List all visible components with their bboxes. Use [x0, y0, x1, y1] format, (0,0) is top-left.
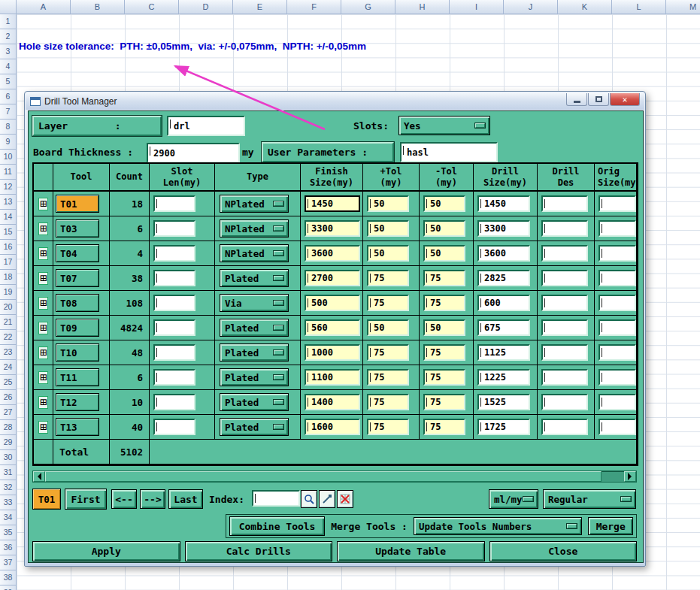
minus-tol-input[interactable] [423, 369, 465, 386]
slot-len-input[interactable] [153, 369, 195, 386]
column-header-D[interactable]: D [179, 0, 233, 14]
orig-size-input[interactable] [598, 344, 636, 361]
drill-des-input[interactable] [541, 369, 588, 386]
tool-chip[interactable]: T08 [56, 294, 99, 312]
orig-size-input[interactable] [598, 394, 636, 410]
crosshair-icon[interactable]: ⊞ [38, 297, 48, 310]
plus-tol-input[interactable] [367, 220, 409, 237]
crosshair-icon[interactable]: ⊞ [38, 346, 48, 359]
user-parameters-input[interactable] [400, 142, 498, 162]
finish-size-input[interactable] [305, 295, 360, 311]
crosshair-icon[interactable]: ⊞ [38, 272, 48, 285]
slot-len-input[interactable] [153, 220, 195, 237]
row-header-15[interactable]: 15 [0, 225, 17, 240]
previous-button[interactable]: <-- [111, 489, 137, 509]
first-button[interactable]: First [65, 489, 107, 510]
board-thickness-input[interactable] [147, 143, 240, 163]
type-dropdown[interactable]: NPlated [220, 244, 289, 262]
layer-input[interactable] [167, 116, 245, 136]
type-dropdown[interactable]: Via [220, 294, 289, 312]
row-header-33[interactable]: 33 [0, 495, 17, 510]
slot-len-input[interactable] [153, 319, 195, 336]
units-dropdown[interactable]: ml/my [489, 489, 538, 509]
row-header-27[interactable]: 27 [0, 405, 17, 420]
row-header-2[interactable]: 2 [0, 29, 17, 44]
finish-size-input[interactable] [305, 220, 360, 237]
finish-size-input[interactable] [305, 245, 360, 262]
combine-tools-button[interactable]: Combine Tools [229, 516, 325, 536]
drill-size-input[interactable] [477, 369, 530, 386]
scrollbar-track[interactable] [602, 471, 624, 482]
row-header-29[interactable]: 29 [0, 435, 17, 450]
column-header-B[interactable]: B [71, 0, 125, 14]
finish-size-input[interactable] [305, 344, 360, 361]
row-header-34[interactable]: 34 [0, 510, 17, 525]
type-dropdown[interactable]: Plated [220, 319, 289, 337]
row-header-20[interactable]: 20 [0, 300, 17, 315]
column-header-F[interactable]: F [287, 0, 341, 14]
drill-size-input[interactable] [477, 245, 530, 262]
row-header-30[interactable]: 30 [0, 450, 17, 465]
finish-size-input[interactable] [305, 369, 360, 386]
drill-size-input[interactable] [477, 419, 530, 435]
orig-size-input[interactable] [598, 195, 636, 212]
column-header-L[interactable]: L [612, 0, 666, 14]
tool-chip[interactable]: T04 [56, 244, 99, 262]
column-header-M[interactable]: M [666, 0, 700, 14]
apply-button[interactable]: Apply [32, 541, 180, 561]
minus-tol-input[interactable] [423, 245, 465, 262]
minus-tol-input[interactable] [423, 220, 465, 237]
minus-tol-input[interactable] [423, 195, 465, 212]
drill-des-input[interactable] [541, 195, 588, 212]
mode-dropdown[interactable]: Regular [543, 489, 636, 509]
row-header-6[interactable]: 6 [0, 89, 17, 104]
row-header-23[interactable]: 23 [0, 345, 17, 360]
row-header-32[interactable]: 32 [0, 480, 17, 495]
tool-chip[interactable]: T11 [56, 368, 99, 386]
row-header-35[interactable]: 35 [0, 525, 17, 540]
minus-tol-input[interactable] [423, 319, 465, 336]
row-header-1[interactable]: 1 [0, 14, 17, 29]
slot-len-input[interactable] [153, 295, 195, 311]
slot-len-input[interactable] [153, 195, 195, 212]
crosshair-icon[interactable]: ⊞ [38, 247, 48, 260]
index-input[interactable] [252, 490, 300, 507]
scroll-right-button[interactable] [624, 471, 636, 482]
orig-size-input[interactable] [598, 319, 636, 336]
orig-size-input[interactable] [598, 220, 636, 237]
update-table-button[interactable]: Update Table [337, 541, 485, 561]
row-header-7[interactable]: 7 [0, 104, 17, 120]
finish-size-input[interactable] [305, 195, 360, 212]
orig-size-input[interactable] [598, 245, 636, 262]
finish-size-input[interactable] [305, 419, 360, 435]
titlebar[interactable]: Drill Tool Manager ✕ [26, 92, 644, 110]
tool-chip[interactable]: T13 [56, 418, 99, 436]
minus-tol-input[interactable] [423, 344, 465, 361]
row-header-18[interactable]: 18 [0, 270, 17, 285]
row-header-21[interactable]: 21 [0, 315, 17, 330]
scroll-left-button[interactable] [33, 471, 45, 482]
plus-tol-input[interactable] [367, 394, 409, 410]
type-dropdown[interactable]: Plated [220, 368, 289, 386]
column-header-A[interactable]: A [17, 0, 71, 14]
drill-des-input[interactable] [541, 270, 588, 286]
row-header-39[interactable]: 39 [0, 585, 17, 590]
last-button[interactable]: Last [168, 489, 203, 509]
crosshair-icon[interactable]: ⊞ [38, 222, 48, 235]
zoom-tool-button[interactable] [301, 490, 317, 508]
drill-size-input[interactable] [477, 295, 530, 311]
drill-size-input[interactable] [477, 344, 530, 361]
column-header-H[interactable]: H [395, 0, 450, 14]
crosshair-icon[interactable]: ⊞ [38, 396, 48, 409]
orig-size-input[interactable] [598, 270, 636, 286]
drill-size-input[interactable] [477, 270, 530, 286]
drill-des-input[interactable] [541, 319, 588, 336]
tool-chip[interactable]: T10 [56, 343, 99, 362]
row-header-38[interactable]: 38 [0, 570, 17, 585]
row-header-36[interactable]: 36 [0, 540, 17, 555]
select-all-corner[interactable] [0, 0, 17, 14]
orig-size-input[interactable] [598, 295, 636, 311]
maximize-button[interactable] [588, 93, 609, 106]
row-header-8[interactable]: 8 [0, 120, 17, 135]
column-header-I[interactable]: I [450, 0, 504, 14]
